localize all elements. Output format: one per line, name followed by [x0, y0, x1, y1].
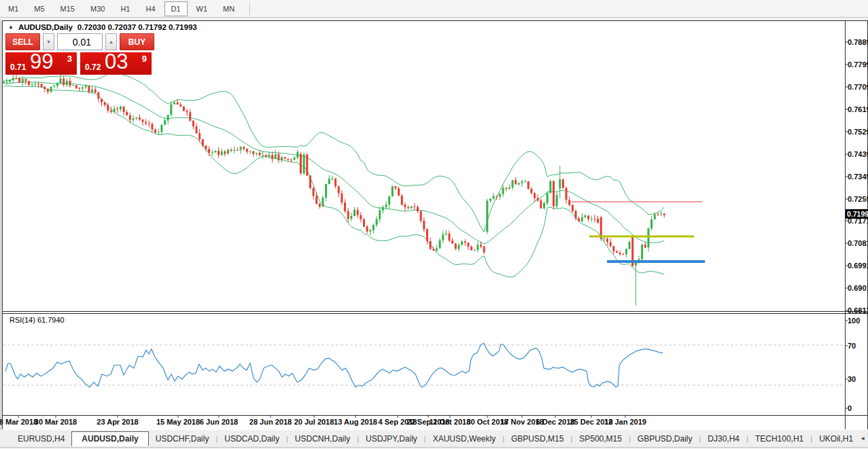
chart-tab-usdcad[interactable]: USDCAD,Daily — [218, 432, 286, 446]
price-axis-label: 0.78890 — [848, 38, 868, 46]
timeframe-button-h1[interactable]: H1 — [114, 1, 137, 16]
date-axis-label: 8 Mar 2018 — [0, 418, 37, 426]
volume-increase-button[interactable]: ▲ — [105, 33, 117, 50]
chart-symbol-period: AUDUSD,Daily — [18, 23, 73, 31]
timeframe-button-m30[interactable]: M30 — [84, 1, 111, 16]
spin-up-icon: ▲ — [109, 39, 114, 44]
buy-quote-box[interactable]: 0.72 03 9 — [80, 52, 152, 75]
volume-decrease-button[interactable]: ▼ — [43, 33, 54, 50]
chart-shift-marker-icon: ▲ — [8, 24, 14, 30]
price-axis-label: 0.68115 — [848, 306, 868, 315]
date-axis-label: 6 Dec 2018 — [536, 418, 575, 426]
sell-price-prefix: 0.71 — [10, 62, 26, 72]
toolbar-separator — [249, 3, 250, 15]
chart-tab-tech100[interactable]: TECH100,H1 — [748, 432, 810, 446]
chart-ohlc-quote: 0.72030 0.72037 0.71792 0.71993 — [77, 23, 197, 31]
date-axis-label: 15 May 2018 — [156, 418, 200, 426]
rsi-level-label: 100 — [848, 317, 860, 325]
date-axis-label: 11 Oct 2018 — [430, 418, 471, 426]
tab-scroll-left[interactable]: ◄ — [860, 435, 865, 442]
sell-price-big: 99 — [30, 50, 53, 74]
volume-input[interactable] — [57, 33, 103, 50]
price-axis-label: 0.75290 — [848, 128, 868, 136]
date-axis-label: 20 Jul 2018 — [294, 418, 334, 426]
one-click-trading-panel: SELL ▼ ▲ BUY 0.71 99 3 0.72 03 9 — [5, 33, 154, 75]
price-axis-label: 0.69015 — [848, 284, 868, 292]
spin-down-icon: ▼ — [46, 39, 51, 44]
sell-button[interactable]: SELL — [5, 33, 40, 50]
buy-button[interactable]: BUY — [120, 33, 154, 50]
price-axis-label: 0.71715 — [848, 217, 868, 225]
sell-quote-box[interactable]: 0.71 99 3 — [5, 52, 77, 75]
date-axis-label: 28 Jun 2018 — [249, 418, 292, 426]
chart-tab-usdjpy[interactable]: USDJPY,Daily — [359, 432, 424, 446]
price-axis-label: 0.70815 — [848, 239, 868, 247]
chart-canvas[interactable]: 0.71993 — [0, 20, 868, 429]
bollinger-middle-band — [3, 82, 664, 244]
date-axis-label: 23 Apr 2018 — [97, 418, 138, 426]
chart-tab-audusd[interactable]: AUDUSD,Daily — [71, 431, 148, 446]
rsi-line — [5, 343, 663, 387]
timeframe-button-m5[interactable]: M5 — [27, 1, 51, 16]
timeframe-button-d1[interactable]: D1 — [164, 1, 188, 16]
chart-tab-gbpusd[interactable]: GBPUSD,M15 — [504, 432, 570, 446]
date-axis-label: 6 Jun 2018 — [200, 418, 238, 426]
rsi-level-label: 30 — [848, 375, 856, 383]
chart-tab-usdcnh[interactable]: USDCNH,Daily — [288, 432, 357, 446]
chart-tab-ukoil[interactable]: UKOil,H1 — [812, 432, 860, 446]
bollinger-lower-band — [3, 86, 664, 277]
chart-tab-xauusd[interactable]: XAUUSD,Weekly — [426, 432, 502, 446]
buy-price-pipette: 9 — [142, 54, 147, 64]
chart-tab-gbpusd[interactable]: GBPUSD,Daily — [631, 432, 699, 446]
timeframe-button-m15[interactable]: M15 — [54, 1, 82, 16]
chart-tab-sp500[interactable]: SP500,M15 — [572, 432, 629, 446]
tab-scroll-arrows: ◄► — [860, 435, 868, 442]
buy-price-big: 03 — [105, 50, 128, 74]
bollinger-upper-band — [3, 72, 664, 232]
buy-price-prefix: 0.72 — [85, 62, 101, 72]
timeframe-button-m1[interactable]: M1 — [1, 1, 25, 16]
price-axis-label: 0.74390 — [848, 150, 868, 158]
price-axis-label: 0.77990 — [848, 60, 868, 69]
rsi-level-label: 70 — [848, 342, 856, 350]
date-axis-label: 30 Mar 2018 — [35, 418, 77, 426]
rsi-indicator-label: RSI(14) 61.7940 — [10, 316, 65, 324]
price-axis-label: 0.69915 — [848, 262, 868, 270]
rsi-level-label: 0 — [848, 404, 852, 412]
price-axis-label: 0.72590 — [848, 195, 868, 203]
chart-tab-usdchf[interactable]: USDCHF,Daily — [149, 432, 216, 446]
chart-tab-dj30[interactable]: DJ30,H4 — [701, 432, 746, 446]
chart-title: ▲ AUDUSD,Daily 0.72030 0.72037 0.71792 0… — [8, 22, 197, 32]
timeframe-button-h4[interactable]: H4 — [139, 1, 162, 16]
price-axis-label: 0.73490 — [848, 173, 868, 181]
price-axis-label: 0.76190 — [848, 105, 868, 113]
chart-tab-eurusd[interactable]: EURUSD,H4 — [11, 432, 71, 446]
timeframe-button-mn[interactable]: MN — [216, 1, 241, 16]
timeframe-button-w1[interactable]: W1 — [190, 1, 215, 16]
date-axis-label: 12 Jan 2019 — [604, 418, 646, 426]
timeframe-toolbar: M1M5M15M30H1H4D1W1MN — [0, 0, 868, 18]
chart-tabbar: EURUSD,H4AUDUSD,DailyUSDCHF,Daily|USDCAD… — [0, 430, 868, 447]
sell-price-pipette: 3 — [67, 54, 72, 64]
price-axis-label: 0.77090 — [848, 83, 868, 91]
date-axis-label: 13 Aug 2018 — [334, 418, 377, 426]
